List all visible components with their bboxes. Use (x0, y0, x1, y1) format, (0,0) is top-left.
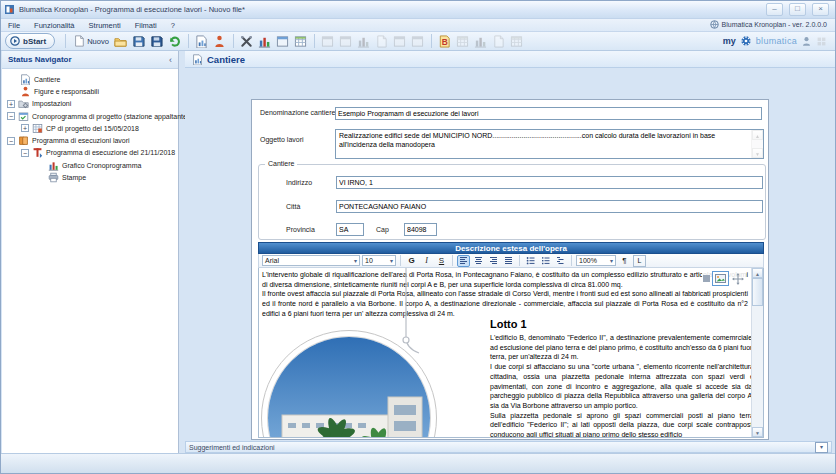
numbered-list-button[interactable] (539, 255, 552, 267)
sidebar-item-cronoprogramma-progetto[interactable]: − Cronoprogramma di progetto (stazione a… (2, 110, 178, 122)
tools-button[interactable] (238, 33, 256, 49)
sidebar-item-cp-di-progetto[interactable]: + CP di progetto del 15/05/2018 (2, 122, 178, 134)
lotto-paragraph: I due corpi si affacciano su una "corte … (490, 362, 754, 411)
cantiere-button[interactable] (193, 33, 211, 49)
graph-button (355, 33, 373, 49)
sidebar-item-grafico-cronoprogramma[interactable]: Grafico Cronoprogramma (2, 159, 178, 171)
align-right-button[interactable] (487, 255, 500, 267)
main-toolbar: bStart Nuovo (1, 32, 835, 51)
status-navigator-header: Status Navigator ‹ (2, 51, 178, 69)
figure-button[interactable] (211, 33, 229, 49)
title-bar: Blumatica Kronoplan - Programma di esecu… (1, 1, 835, 19)
minimize-button[interactable]: – (766, 3, 783, 16)
font-size-select[interactable]: 10▾ (362, 255, 396, 266)
expander-open-icon[interactable]: − (21, 149, 29, 157)
blumatica-gear-icon (740, 35, 752, 47)
menu-strumenti[interactable]: Strumenti (82, 21, 128, 30)
font-select[interactable]: Arial▾ (262, 255, 360, 266)
scroll-up-icon[interactable]: ▲ (752, 268, 763, 278)
align-center-icon (474, 256, 483, 265)
brand-area: my blumatica (723, 35, 827, 47)
expander-open-icon[interactable]: − (7, 137, 15, 145)
filter-button (490, 33, 508, 49)
italic-button[interactable]: I (420, 255, 433, 267)
window-icon (276, 35, 289, 48)
bullet-list-button[interactable] (524, 255, 537, 267)
sidebar-item-stampe[interactable]: Stampe (2, 171, 178, 183)
cap-input[interactable] (404, 223, 437, 236)
scroll-thumb[interactable] (752, 278, 763, 306)
paste-icon (339, 35, 352, 48)
expander-closed-icon[interactable]: + (7, 100, 15, 108)
cantiere-chart-icon (195, 35, 208, 48)
citta-input[interactable] (336, 200, 763, 213)
sidebar-item-impostazioni[interactable]: + Impostazioni (2, 98, 178, 110)
multilevel-list-button[interactable] (554, 255, 567, 267)
align-justify-button[interactable] (502, 255, 515, 267)
menu-filmati[interactable]: Filmati (128, 21, 164, 30)
move-image-button[interactable] (731, 272, 745, 285)
building-photo[interactable]: blumatica (261, 330, 437, 438)
tag-icon (510, 35, 523, 48)
move-cross-icon (732, 273, 744, 285)
filter-icon (492, 35, 505, 48)
app-icon (4, 4, 15, 15)
new-file-button[interactable]: Nuovo (70, 35, 112, 47)
image-wrap-button[interactable] (712, 271, 729, 286)
indirizzo-label: Indirizzo (286, 179, 312, 186)
zoom-select[interactable]: 100%▾ (576, 255, 616, 266)
close-button[interactable]: × (812, 3, 829, 16)
document-button (373, 33, 391, 49)
sidebar-item-programma-esecuzione[interactable]: − Programma di esecuzione del 21/11/2018 (2, 147, 178, 159)
align-center-button[interactable] (472, 255, 485, 267)
bim-button[interactable] (436, 33, 454, 49)
denominazione-input[interactable] (335, 107, 762, 120)
version-label-box: Blumatica Kronoplan - ver. 2.0.0.0 (710, 20, 827, 29)
sidebar-item-cantiere[interactable]: Cantiere (2, 73, 178, 85)
user-icon[interactable] (801, 36, 812, 47)
status-navigator-title: Status Navigator (8, 55, 72, 64)
brand-name: blumatica (756, 36, 797, 46)
printer-icon (48, 172, 59, 183)
oggetto-textarea[interactable]: Realizzazione edifici sede del MUNICIPIO… (335, 129, 764, 159)
textbox-button[interactable]: L (633, 255, 646, 267)
sidebar-item-programma-esecuzioni-lavori[interactable]: − Programma di esecuzioni lavori (2, 134, 178, 146)
sort-icon (456, 35, 469, 48)
window-title: Blumatica Kronoplan - Programma di esecu… (19, 5, 245, 14)
cantiere-group-legend: Cantiere (265, 160, 297, 167)
spreadsheet-button[interactable] (292, 33, 310, 49)
save-as-button[interactable] (148, 33, 166, 49)
sidebar-item-figure-e-responsabili[interactable]: Figure e responsabili (2, 85, 178, 97)
provincia-input[interactable] (336, 223, 364, 236)
chart-button[interactable] (256, 33, 274, 49)
open-button[interactable] (112, 33, 130, 49)
bstart-button[interactable]: bStart (5, 33, 55, 49)
indirizzo-input[interactable] (336, 176, 763, 189)
suggestions-bar[interactable]: Suggerimenti ed indicazioni ▾ (185, 441, 832, 453)
menu-help[interactable]: ? (164, 21, 182, 30)
save-button[interactable] (130, 33, 148, 49)
align-left-button[interactable] (457, 255, 470, 267)
expander-open-icon[interactable]: − (7, 112, 15, 120)
denominazione-label: Denominazione cantiere (260, 109, 336, 116)
menu-file[interactable]: File (1, 21, 27, 30)
richtext-editor[interactable]: L'intervento globale di riqualificazione… (258, 268, 764, 438)
scroll-up-icon: ▲ (752, 130, 763, 140)
undo-button[interactable] (166, 33, 184, 49)
expand-suggestions-button[interactable]: ▾ (815, 442, 828, 453)
person-icon (213, 35, 226, 48)
brand-my: my (723, 36, 736, 46)
collapse-sidebar-icon[interactable]: ‹ (169, 55, 172, 65)
maximize-button[interactable]: □ (789, 3, 806, 16)
expander-closed-icon[interactable]: + (21, 124, 29, 132)
window-button[interactable] (274, 33, 292, 49)
save-icon (132, 35, 145, 48)
bold-button[interactable]: G (405, 255, 418, 267)
lotto-title: Lotto 1 (490, 318, 754, 330)
paragraph-marks-button[interactable]: ¶ (618, 255, 631, 267)
anchor-handle[interactable] (703, 275, 710, 282)
menu-funzionalita[interactable]: Funzionalità (27, 21, 81, 30)
underline-button[interactable]: S (435, 255, 448, 267)
scroll-down-icon[interactable]: ▼ (752, 427, 763, 437)
description-scrollbar[interactable]: ▲ ▼ (751, 268, 763, 437)
